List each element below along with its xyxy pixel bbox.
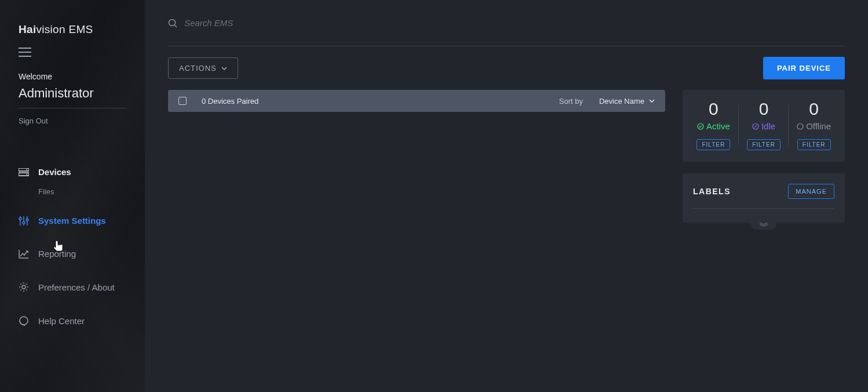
pair-device-button[interactable]: PAIR DEVICE — [763, 57, 845, 79]
sidebar-item-label: Help Center — [38, 316, 85, 326]
sidebar-item-label: Preferences / About — [38, 282, 115, 292]
check-circle-icon — [697, 123, 704, 130]
sidebar-item-system-settings[interactable]: System Settings — [0, 209, 145, 233]
status-idle-count: 0 — [759, 100, 769, 118]
sort-by-value[interactable]: Device Name — [599, 97, 655, 106]
brand-rest: vision EMS — [36, 23, 93, 35]
filter-offline-button[interactable]: FILTER — [797, 139, 831, 150]
idle-icon — [752, 123, 759, 130]
nav: Devices Files System Settings Reporting — [0, 125, 145, 333]
sidebar-item-devices[interactable]: Devices — [0, 160, 145, 184]
toolbar: ACTIONS PAIR DEVICE — [168, 46, 845, 90]
chart-icon — [19, 249, 29, 259]
sidebar-item-label: System Settings — [38, 216, 106, 226]
sidebar-item-label: Reporting — [38, 249, 76, 259]
device-list: 0 Devices Paired Sort by Device Name — [168, 90, 665, 112]
gear-icon — [19, 282, 29, 292]
hamburger-menu[interactable] — [0, 43, 145, 63]
filter-idle-button[interactable]: FILTER — [747, 139, 781, 150]
status-offline-label: Offline — [797, 121, 831, 131]
status-active-text: Active — [706, 121, 730, 131]
svg-point-5 — [23, 222, 25, 224]
svg-point-2 — [27, 169, 28, 170]
manage-labels-button[interactable]: MANAGE — [788, 184, 834, 199]
sidebar: Haivision EMS Welcome Administrator Sign… — [0, 0, 145, 392]
sidebar-item-preferences[interactable]: Preferences / About — [0, 275, 145, 299]
brand-bold: Hai — [19, 23, 36, 35]
status-offline-text: Offline — [806, 121, 831, 131]
expand-labels-toggle[interactable] — [751, 219, 776, 230]
svg-point-7 — [22, 285, 25, 289]
user-name: Administrator — [19, 81, 126, 108]
status-idle-label: Idle — [752, 121, 775, 131]
search-icon — [168, 19, 177, 28]
offline-icon — [797, 123, 804, 130]
chevron-down-icon — [649, 99, 655, 103]
sidebar-item-reporting[interactable]: Reporting — [0, 242, 145, 266]
status-offline: 0 Offline FILTER — [789, 100, 839, 150]
status-offline-count: 0 — [809, 100, 819, 118]
search-input[interactable] — [184, 18, 845, 28]
hamburger-icon — [19, 48, 31, 57]
svg-point-10 — [698, 124, 703, 129]
chevron-down-icon — [221, 67, 227, 70]
main: ACTIONS PAIR DEVICE 0 Devices Paired Sor… — [145, 0, 868, 392]
sort-value-text: Device Name — [599, 97, 644, 106]
help-icon — [19, 315, 29, 326]
svg-point-3 — [27, 173, 28, 175]
status-idle-text: Idle — [761, 121, 775, 131]
double-chevron-down-icon — [758, 222, 769, 227]
select-all-checkbox[interactable] — [178, 97, 187, 105]
labels-title: LABELS — [693, 187, 731, 196]
search-bar — [168, 0, 845, 46]
svg-point-9 — [169, 19, 176, 26]
filter-active-button[interactable]: FILTER — [696, 139, 730, 150]
list-header: 0 Devices Paired Sort by Device Name — [168, 90, 665, 112]
sort-by-label: Sort by — [559, 97, 583, 106]
status-active: 0 Active FILTER — [688, 100, 739, 150]
sign-out-link[interactable]: Sign Out — [0, 108, 145, 125]
svg-point-12 — [797, 124, 803, 129]
actions-label: ACTIONS — [179, 64, 217, 72]
side-panels: 0 Active FILTER 0 Idle FILTER — [683, 90, 845, 223]
status-active-label: Active — [697, 121, 730, 131]
paired-count: 0 Devices Paired — [202, 97, 258, 106]
sidebar-item-label: Devices — [38, 167, 71, 177]
status-active-count: 0 — [709, 100, 719, 118]
devices-icon — [19, 168, 29, 176]
svg-point-4 — [19, 217, 21, 220]
brand-logo: Haivision EMS — [0, 0, 145, 43]
actions-button[interactable]: ACTIONS — [168, 57, 238, 79]
status-idle: 0 Idle FILTER — [739, 100, 789, 150]
svg-point-6 — [26, 219, 28, 221]
sidebar-item-files[interactable]: Files — [0, 184, 145, 199]
sidebar-item-help[interactable]: Help Center — [0, 308, 145, 333]
labels-panel: LABELS MANAGE — [683, 173, 845, 223]
status-panel: 0 Active FILTER 0 Idle FILTER — [683, 90, 845, 162]
sliders-icon — [19, 216, 29, 226]
welcome-label: Welcome — [0, 63, 145, 81]
